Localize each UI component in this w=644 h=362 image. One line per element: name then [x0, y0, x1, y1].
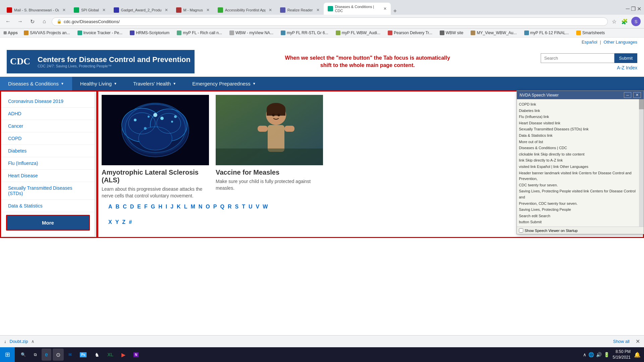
minimize-button[interactable]: ─ [626, 6, 630, 12]
taskbar-app2[interactable]: ▶ [118, 349, 129, 361]
nvda-minimize[interactable]: ─ [624, 92, 631, 98]
bookmark-hrms[interactable]: HRMS-Scriptorium [127, 30, 172, 36]
tab-mail-close[interactable]: ✕ [62, 8, 66, 12]
tab-gadget-close[interactable]: ✕ [165, 8, 168, 12]
nav-healthy-living[interactable]: Healthy Living ▼ [72, 77, 125, 90]
alpha-V[interactable]: V [256, 204, 259, 210]
dropdown-copd[interactable]: COPD [1, 132, 95, 145]
taskbar-notepad[interactable]: N [130, 349, 142, 361]
alpha-J[interactable]: J [170, 204, 173, 210]
alpha-O[interactable]: O [206, 204, 210, 210]
address-bar[interactable]: 🔒 cdc.gov/DiseasesConditions/ [52, 17, 608, 26]
alpha-L[interactable]: L [184, 204, 187, 210]
alpha-T[interactable]: T [242, 204, 245, 210]
alpha-E[interactable]: E [137, 204, 141, 210]
card-vaccine-title[interactable]: Vaccine for Measles [216, 169, 323, 176]
nav-emergency[interactable]: Emergency Preparedness ▼ [184, 77, 264, 90]
espanol-link[interactable]: Español [582, 40, 597, 45]
bookmark-wbw[interactable]: WBW - myView NA... [227, 30, 276, 36]
az-index-link[interactable]: A-Z Index [541, 65, 637, 70]
alpha-Y[interactable]: Y [115, 219, 119, 225]
search-input[interactable] [541, 53, 614, 63]
download-close-button[interactable]: ✕ [636, 338, 640, 345]
nvda-scrollbar[interactable] [639, 99, 644, 227]
notification-icon[interactable]: 🔔 [634, 352, 641, 358]
sound-icon[interactable]: 🔊 [596, 352, 602, 357]
taskbar-excel[interactable]: XL [104, 349, 117, 361]
dropdown-diabetes[interactable]: Diabetes [1, 145, 95, 157]
bookmark-pearson[interactable]: Pearson Delivery Tr... [385, 30, 435, 36]
dropdown-flu[interactable]: Flu (Influenza) [1, 157, 95, 170]
search-submit-button[interactable]: Submit [614, 53, 637, 63]
alpha-U[interactable]: U [249, 204, 253, 210]
download-chevron[interactable]: ∧ [31, 339, 35, 344]
bookmark-final[interactable]: myP FL 6-12 FINAL... [522, 30, 572, 36]
alpha-I[interactable]: I [166, 204, 167, 210]
taskbar-app1[interactable]: ♞ [91, 349, 103, 361]
alpha-#[interactable]: # [129, 219, 132, 225]
tab-realize[interactable]: Realize Reader ✕ [276, 5, 324, 15]
bookmark-mypl[interactable]: myP FL - Rich call n... [174, 30, 225, 36]
bookmark-star-button[interactable]: ☆ [610, 17, 618, 26]
bookmark-smartsheets[interactable]: Smartsheets [574, 30, 607, 36]
restore-button[interactable]: ❐ [631, 6, 636, 12]
bookmark-invoice[interactable]: Invoice Tracker - Pe... [75, 30, 125, 36]
taskbar-search[interactable]: 🔍 [17, 349, 29, 361]
profile-button[interactable]: S [631, 17, 641, 26]
tab-spi-close[interactable]: ✕ [102, 8, 106, 12]
tab-spi[interactable]: SPI Global ✕ [70, 5, 110, 15]
bookmark-mypflwbw[interactable]: myP FL WBW_Audi... [333, 30, 383, 36]
other-languages-link[interactable]: Other Languages [604, 40, 637, 45]
more-button[interactable]: More [6, 215, 90, 231]
nav-travelers[interactable]: Travelers' Health ▼ [125, 77, 184, 90]
alpha-H[interactable]: H [158, 204, 162, 210]
download-filename[interactable]: Doubt.zip [10, 339, 28, 344]
bookmark-myview[interactable]: MY_View_WBW_Au... [468, 30, 519, 36]
tab-magnus-close[interactable]: ✕ [206, 8, 210, 12]
card-als-title[interactable]: Amyotrophic Lateral Sclerosis (ALS) [102, 169, 209, 184]
tray-up-arrow[interactable]: ∧ [583, 352, 586, 357]
network-icon[interactable]: 🌐 [588, 352, 594, 357]
tab-magnus[interactable]: M - Magnus ✕ [172, 5, 214, 15]
tab-gadget[interactable]: Gadget_Award_2_Production tr... ✕ [110, 5, 172, 15]
show-all-link[interactable]: Show all [613, 339, 630, 344]
alpha-F[interactable]: F [144, 204, 148, 210]
alpha-N[interactable]: N [199, 204, 203, 210]
alpha-W[interactable]: W [263, 204, 268, 210]
nvda-close[interactable]: ✕ [633, 92, 641, 98]
alpha-M[interactable]: M [191, 204, 195, 210]
bookmark-savvas[interactable]: SAVVAS Projects an... [21, 30, 73, 36]
nvda-scrollbar-thumb[interactable] [639, 99, 644, 109]
taskbar-outlook[interactable]: ✉ [65, 349, 75, 361]
dropdown-adhd[interactable]: ADHD [1, 108, 95, 120]
taskbar-task-view[interactable]: ⧉ [31, 349, 40, 361]
cdc-logo[interactable]: CDC Centers for Disease Control and Prev… [7, 50, 195, 73]
dropdown-heart[interactable]: Heart Disease [1, 170, 95, 182]
alpha-Z[interactable]: Z [122, 219, 125, 225]
back-button[interactable]: ← [3, 17, 13, 26]
tab-access[interactable]: Accessibility Frontlist Appraisals ... ✕ [214, 5, 276, 15]
new-tab-button[interactable]: + [391, 8, 400, 15]
alpha-A[interactable]: A [108, 204, 112, 210]
alpha-B[interactable]: B [116, 204, 120, 210]
alpha-D[interactable]: D [130, 204, 134, 210]
taskbar-edge[interactable]: e [42, 349, 51, 361]
tab-cdc-close[interactable]: ✕ [383, 6, 387, 11]
alpha-K[interactable]: K [177, 204, 181, 210]
dropdown-std[interactable]: Sexually Transmitted Diseases (STDs) [1, 182, 95, 200]
close-button[interactable]: ✕ [637, 6, 641, 12]
forward-button[interactable]: → [15, 17, 25, 26]
extensions-button[interactable]: 🧩 [620, 17, 629, 26]
alpha-R[interactable]: R [228, 204, 232, 210]
alpha-S[interactable]: S [235, 204, 238, 210]
start-button[interactable]: ⊞ [0, 347, 15, 362]
dropdown-cancer[interactable]: Cancer [1, 120, 95, 132]
reload-button[interactable]: ↻ [28, 17, 37, 26]
taskbar-ps[interactable]: Ps [76, 349, 90, 361]
time-display[interactable]: 8:50 PM 5/19/2021 [613, 349, 631, 360]
alpha-C[interactable]: C [123, 204, 127, 210]
alpha-G[interactable]: G [151, 204, 155, 210]
alpha-P[interactable]: P [213, 204, 217, 210]
taskbar-chrome[interactable]: ⊙ [53, 349, 64, 361]
nvda-content[interactable]: COPD linkDiabetes linkFlu (Influenza) li… [517, 99, 639, 227]
